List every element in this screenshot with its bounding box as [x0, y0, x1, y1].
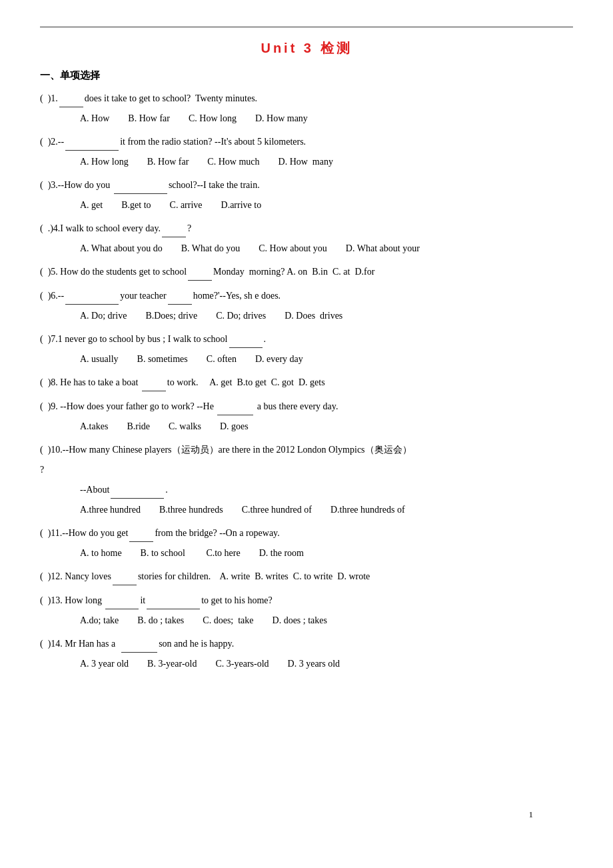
q13-blank1	[105, 609, 139, 609]
q9-paren: ( )9. --How does your father go to work?…	[40, 401, 216, 411]
top-divider	[40, 27, 573, 27]
q7-paren: ( )7.1 never go to school by bus ; I wal…	[40, 334, 228, 344]
question-13-text: ( )13. How long itto get to his home?	[40, 592, 573, 609]
q7-optD: D. every day	[255, 351, 303, 367]
q7-blank	[229, 347, 263, 348]
q5-blank	[188, 280, 212, 281]
question-9: ( )9. --How does your father go to work?…	[40, 398, 573, 435]
question-12-text: ( )12. Nancy lovesstories for children. …	[40, 568, 573, 585]
q10-options: A.three hundred B.three hundreds C.three…	[80, 501, 573, 518]
q10-optA: A.three hundred	[80, 501, 141, 518]
q2-optA: A. How long	[80, 153, 129, 170]
question-10-text2: ?	[40, 461, 573, 479]
q11-optA: A. to home	[80, 545, 122, 561]
q4-options: A. What about you do B. What do you C. H…	[80, 240, 573, 257]
q6-options: A. Do; drive B.Does; drive C. Do; drives…	[80, 307, 573, 324]
q6-optA: A. Do; drive	[80, 307, 127, 324]
question-7: ( )7.1 never go to school by bus ; I wal…	[40, 331, 573, 367]
question-9-text: ( )9. --How does your father go to work?…	[40, 398, 573, 415]
q10-blank	[111, 498, 164, 499]
q9-blank	[217, 415, 253, 415]
question-6: ( )6.--your teacherhome?'--Yes, sh e doe…	[40, 287, 573, 324]
q11-blank	[129, 541, 153, 542]
page-title: Unit 3 检测	[40, 39, 573, 57]
q6-optC: C. Do; drives	[216, 307, 266, 324]
q13-blank2	[147, 609, 200, 609]
page-number: 1	[529, 809, 534, 820]
question-13: ( )13. How long itto get to his home? A.…	[40, 592, 573, 629]
question-14: ( )14. Mr Han has a son and he is happy.…	[40, 635, 573, 672]
q3-optA: A. get	[80, 197, 103, 213]
q6-optD: D. Does drives	[285, 307, 342, 324]
q8-blank	[142, 391, 166, 391]
q4-blank	[162, 237, 186, 237]
q6-optB: B.Does; drive	[145, 307, 197, 324]
q11-optD: D. the room	[259, 545, 304, 561]
q2-paren: ( )2.--	[40, 137, 64, 147]
question-2-text: ( )2.--it from the radio station? --It's…	[40, 133, 573, 151]
question-4: ( .)4.I walk to school every day.? A. Wh…	[40, 220, 573, 257]
q11-options: A. to home B. to school C.to here D. the…	[80, 545, 573, 561]
question-1: ( )1.does it take to get to school? Twen…	[40, 90, 573, 127]
q9-options: A.takes B.ride C. walks D. goes	[80, 418, 573, 435]
q14-optA: A. 3 year old	[80, 655, 129, 672]
q11-optB: B. to school	[141, 545, 185, 561]
q5-paren: ( )5. How do the students get to school	[40, 267, 187, 277]
question-8: ( )8. He has to take a boat to work. A. …	[40, 374, 573, 391]
q13-paren: ( )13. How long	[40, 595, 104, 605]
q10-optD: D.three hundreds of	[330, 501, 405, 518]
q3-optD: D.arrive to	[221, 197, 262, 213]
q3-optB: B.get to	[121, 197, 151, 213]
q1-paren: ( )1.	[40, 93, 58, 103]
question-11-text: ( )11.--How do you getfrom the bridge? -…	[40, 525, 573, 542]
question-5-text: ( )5. How do the students get to schoolM…	[40, 263, 573, 281]
question-10-text3: --About.	[80, 481, 573, 499]
q1-optC: C. How long	[189, 110, 237, 127]
q9-optC: C. walks	[169, 418, 201, 435]
question-3-text: ( )3.--How do you school?--I take the tr…	[40, 177, 573, 194]
q6-blank2	[168, 304, 192, 305]
q4-paren: ( .)4.I walk to school every day.	[40, 223, 161, 233]
q12-blank	[113, 585, 137, 585]
question-10-text: ( )10.--How many Chinese players（运动员）are…	[40, 441, 573, 459]
question-3: ( )3.--How do you school?--I take the tr…	[40, 177, 573, 213]
q3-blank	[114, 193, 167, 194]
question-6-text: ( )6.--your teacherhome?'--Yes, sh e doe…	[40, 287, 573, 305]
q4-optB: B. What do you	[181, 240, 240, 257]
q6-paren: ( )6.--	[40, 291, 64, 301]
question-2: ( )2.--it from the radio station? --It's…	[40, 133, 573, 170]
q14-blank	[121, 652, 157, 653]
q1-optB: B. How far	[128, 110, 170, 127]
q11-paren: ( )11.--How do you get	[40, 528, 128, 538]
q14-optC: C. 3-years-old	[215, 655, 269, 672]
section-header-1: 一、单项选择	[40, 69, 573, 82]
q2-optD: D. How many	[279, 153, 333, 170]
q13-optC: C. does; take	[203, 612, 253, 629]
q10-paren: ( )10.--How many Chinese players（运动员）are…	[40, 445, 412, 455]
question-10: ( )10.--How many Chinese players（运动员）are…	[40, 441, 573, 518]
question-14-text: ( )14. Mr Han has a son and he is happy.	[40, 635, 573, 653]
q2-optB: B. How far	[147, 153, 189, 170]
q13-optD: D. does ; takes	[273, 612, 327, 629]
q9-optA: A.takes	[80, 418, 108, 435]
question-8-text: ( )8. He has to take a boat to work. A. …	[40, 374, 573, 391]
q1-blank	[59, 107, 83, 107]
q1-optD: D. How many	[255, 110, 308, 127]
q14-optB: B. 3-year-old	[147, 655, 197, 672]
q1-optA: A. How	[80, 110, 109, 127]
q3-optC: C. arrive	[170, 197, 203, 213]
q2-options: A. How long B. How far C. How much D. Ho…	[80, 153, 573, 170]
q4-optC: C. How about you	[259, 240, 327, 257]
q7-optB: B. sometimes	[137, 351, 188, 367]
q4-optA: A. What about you do	[80, 240, 163, 257]
q2-blank	[65, 150, 119, 151]
q10-optB: B.three hundreds	[159, 501, 223, 518]
question-11: ( )11.--How do you getfrom the bridge? -…	[40, 525, 573, 561]
q11-optC: C.to here	[204, 545, 241, 561]
q2-optC: C. How much	[207, 153, 259, 170]
q9-optD: D. goes	[220, 418, 249, 435]
q14-paren: ( )14. Mr Han has a	[40, 639, 120, 649]
question-1-text: ( )1.does it take to get to school? Twen…	[40, 90, 573, 107]
q13-options: A.do; take B. do ; takes C. does; take D…	[80, 612, 573, 629]
q9-optB: B.ride	[127, 418, 150, 435]
